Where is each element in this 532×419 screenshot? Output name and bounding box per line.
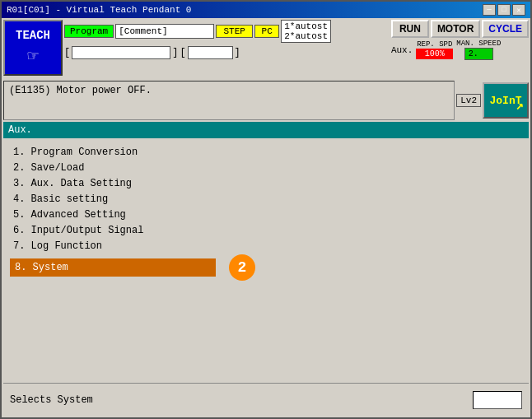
menu-item-8-selected[interactable]: 8. System: [10, 258, 216, 277]
man-speed-label: MAN. SPEED: [456, 40, 501, 48]
speed-bar: 100%: [416, 49, 453, 59]
minimize-button[interactable]: ─: [483, 4, 496, 16]
rep-spd-area: REP. SPD 100%: [416, 40, 453, 59]
bracket-open2: [: [180, 47, 185, 58]
step-input[interactable]: [188, 46, 233, 59]
autost-area: 1*autost 2*autost: [281, 20, 331, 43]
step-label[interactable]: STEP: [216, 25, 253, 38]
run-button[interactable]: RUN: [391, 20, 429, 38]
lv2-badge: Lv2: [456, 94, 481, 107]
aux-header: Aux.: [3, 122, 529, 138]
motor-button[interactable]: MOTOR: [431, 20, 480, 38]
joint-arrow-icon: ↗: [516, 97, 524, 114]
bottom-right-bar: Aux. REP. SPD 100% MAN. SPEED 2.: [391, 40, 529, 60]
pc-label[interactable]: PC: [254, 25, 279, 38]
menu-item-6[interactable]: 6. Input/Output Signal: [10, 223, 522, 238]
badge-2: 2: [229, 254, 255, 281]
menu-area: 1. Program Conversion 2. Save/Load 3. Au…: [3, 142, 529, 383]
bottom-status-text: Selects System: [10, 394, 93, 406]
man-speed-value: 2.: [464, 48, 493, 60]
bracket-open: [: [64, 47, 70, 58]
status-message: (E1135) Motor power OFF.: [3, 81, 455, 120]
bottom-input[interactable]: [473, 391, 522, 409]
bracket-close2: ]: [235, 47, 240, 58]
main-content: TEACH ☞ Program [Comment] STEP PC 1*auto…: [2, 18, 530, 417]
comment-box[interactable]: [Comment]: [115, 24, 214, 39]
menu-item-2[interactable]: 2. Save/Load: [10, 161, 522, 175]
cycle-button[interactable]: CYCLE: [482, 20, 529, 38]
man-speed-area: MAN. SPEED 2.: [456, 40, 501, 60]
rep-spd-label: REP. SPD: [417, 40, 452, 49]
autost2: 2*autost: [284, 31, 328, 41]
title-bar-buttons: ─ □ ✕: [483, 4, 525, 16]
top-bar: TEACH ☞ Program [Comment] STEP PC 1*auto…: [3, 20, 529, 79]
teach-button[interactable]: TEACH ☞: [3, 20, 63, 76]
menu-item-5[interactable]: 5. Advanced Setting: [10, 207, 522, 222]
bracket-close: ]: [172, 47, 178, 58]
menu-item-3[interactable]: 3. Aux. Data Setting: [10, 176, 522, 191]
title-bar: R01[C01] - Virtual Teach Pendant 0 ─ □ ✕: [2, 2, 530, 18]
right-buttons: RUN MOTOR CYCLE Aux. REP. SPD 100% MAN. …: [391, 20, 529, 79]
joint-button[interactable]: JoInT ↗: [483, 82, 529, 119]
title-text: R01[C01] - Virtual Teach Pendant 0: [7, 5, 191, 15]
program-top-row: Program [Comment] STEP PC 1*autost 2*aut…: [64, 20, 390, 43]
program-label[interactable]: Program: [64, 25, 114, 38]
aux-label: Aux.: [391, 45, 413, 55]
aux-header-label: Aux.: [8, 124, 32, 136]
comment-label: [Comment]: [119, 26, 167, 36]
menu-item-4[interactable]: 4. Basic setting: [10, 192, 522, 207]
top-right-buttons: RUN MOTOR CYCLE: [391, 20, 529, 38]
teach-label: TEACH: [16, 29, 50, 42]
menu-item-1[interactable]: 1. Program Conversion: [10, 145, 522, 160]
main-window: R01[C01] - Virtual Teach Pendant 0 ─ □ ✕…: [0, 0, 532, 419]
close-button[interactable]: ✕: [512, 4, 525, 16]
hand-icon: ☞: [27, 45, 38, 68]
bottom-bar: Selects System: [3, 383, 529, 416]
maximize-button[interactable]: □: [497, 4, 511, 16]
menu-item-7[interactable]: 7. Log Function: [10, 239, 522, 254]
program-area: Program [Comment] STEP PC 1*autost 2*aut…: [64, 20, 390, 79]
autost1: 1*autost: [284, 21, 328, 31]
program-input[interactable]: [72, 46, 170, 59]
program-input-row: [ ] [ ]: [64, 46, 390, 59]
